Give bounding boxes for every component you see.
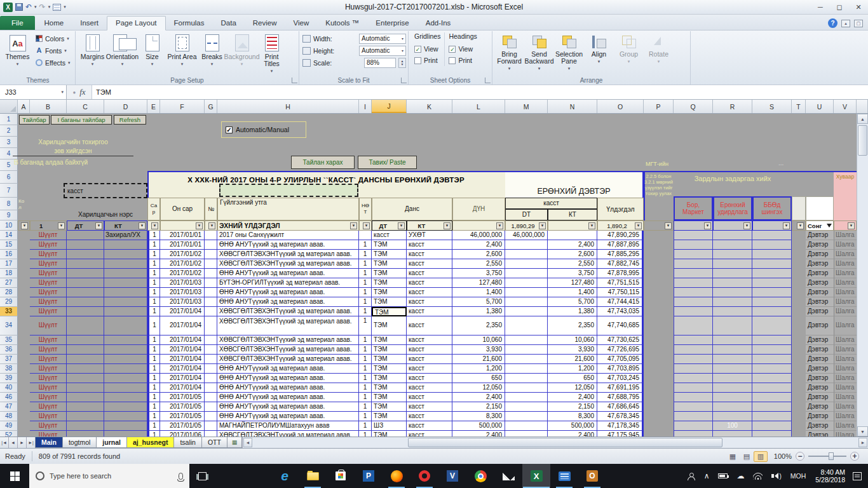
arrange-button[interactable]: Group▾ [614, 32, 644, 65]
sheet-tab[interactable]: OTT [201, 437, 227, 448]
filter-p[interactable]: ▼ [644, 220, 674, 231]
cell-d[interactable] [104, 307, 147, 316]
effects-button[interactable]: Effects▾ [34, 57, 72, 69]
cell-month[interactable]: 1 [147, 297, 160, 307]
column-header[interactable]: H [217, 100, 359, 113]
cell-shalga[interactable]: Шалга [834, 269, 857, 278]
cell-bbod[interactable] [752, 231, 792, 240]
cell-credit-account[interactable]: касст [407, 269, 452, 278]
cell-description[interactable]: ӨНӨ АНУТүүхий эд материал авав. [217, 374, 359, 383]
row-header[interactable]: 46 [0, 393, 18, 402]
filter-uldegdel[interactable]: 1,890,2▼ [597, 220, 644, 231]
ribbon-tab[interactable]: File [0, 16, 35, 30]
row-header[interactable]: 15 [0, 240, 18, 250]
cell-d[interactable] [104, 297, 147, 307]
header-kasst[interactable]: касст [505, 198, 597, 209]
cell-devter[interactable]: Дэвтэр [806, 250, 834, 259]
cell-d[interactable] [104, 383, 147, 393]
cell-c[interactable] [67, 364, 104, 374]
cell-kasst-dt[interactable] [505, 345, 548, 355]
cell-amount[interactable]: 1,200 [452, 364, 505, 374]
cell-amount[interactable]: 3,750 [452, 269, 505, 278]
cell-kasst-dt[interactable] [505, 316, 548, 336]
column-header[interactable]: O [597, 100, 644, 113]
taskbar-publisher[interactable]: P [355, 464, 383, 488]
cell-not[interactable]: 1 [359, 269, 372, 278]
cell-d[interactable] [104, 364, 147, 374]
cell-debit-account[interactable]: ТЭМ [372, 259, 407, 269]
taskbar-presentation[interactable] [550, 464, 578, 488]
minimize-button[interactable]: ─ [811, 1, 830, 13]
sheet-tab[interactable]: tsalin [173, 437, 202, 448]
cell-amount[interactable]: 2,150 [452, 402, 505, 412]
cell-filter-flag[interactable]: Шүүлт [30, 259, 67, 269]
filter-col-d[interactable]: КТ▼ [104, 220, 147, 231]
cell-p[interactable] [644, 316, 674, 336]
cell-bbod[interactable] [752, 383, 792, 393]
cell-devter[interactable]: Дэвтэр [806, 393, 834, 402]
cell-date[interactable]: 2017/01/04 [160, 364, 205, 374]
zoom-slider-thumb[interactable] [829, 452, 834, 460]
column-header[interactable]: P [644, 100, 674, 113]
cell-date[interactable]: 2017/01/04 [160, 336, 205, 345]
cell-not[interactable]: 1 [359, 336, 372, 345]
row-header[interactable]: 18 [0, 269, 18, 278]
cell-filter-flag[interactable]: Шүүлт [30, 412, 67, 421]
cell-t[interactable] [792, 288, 806, 297]
cell-no[interactable] [205, 259, 217, 269]
cell-not[interactable]: 1 [359, 431, 372, 437]
cell-a[interactable] [18, 374, 30, 383]
column-header[interactable]: I [359, 100, 372, 113]
cell-a[interactable] [18, 288, 30, 297]
cell-kasst-dt[interactable] [505, 259, 548, 269]
cell-kasst-kt[interactable] [548, 231, 597, 240]
cell-filter-flag[interactable]: Шүүлт [30, 402, 67, 412]
cell-d[interactable] [104, 355, 147, 364]
cell-credit-account[interactable]: касст [407, 431, 452, 437]
microphone-icon[interactable] [179, 473, 183, 480]
help-icon[interactable]: ? [828, 18, 837, 28]
column-header[interactable]: B [30, 100, 67, 113]
row-header[interactable]: 17 [0, 259, 18, 269]
cell-no[interactable] [205, 269, 217, 278]
cell-filter-flag[interactable]: Шүүлт [30, 278, 67, 288]
cell-c[interactable] [67, 393, 104, 402]
cell-filter-flag[interactable]: Шүүлт [30, 336, 67, 345]
cell-filter-flag[interactable]: Шүүлт [30, 250, 67, 259]
cell-c[interactable] [67, 383, 104, 393]
cell-date[interactable]: 2017/01/02 [160, 250, 205, 259]
cell-general-mgmt[interactable] [713, 402, 752, 412]
page-setup-button[interactable]: Size▾ [137, 32, 167, 67]
cell-filter-flag[interactable]: Шүүлт [30, 364, 67, 374]
column-header[interactable]: F [160, 100, 205, 113]
cell-general-mgmt[interactable] [713, 269, 752, 278]
zoom-in-button[interactable]: + [850, 452, 859, 461]
cell-no[interactable] [205, 316, 217, 336]
header-uldegdel[interactable]: Үлдэгдэл [597, 198, 644, 220]
header-sar[interactable]: Сар [147, 198, 160, 220]
cell-not[interactable] [359, 231, 372, 240]
cell-filter-flag[interactable]: Шүүлт [30, 240, 67, 250]
cell-kasst-kt[interactable]: 2,550 [548, 259, 597, 269]
cell-no[interactable] [205, 345, 217, 355]
cell-credit-account[interactable]: касст [407, 250, 452, 259]
cell-credit-account[interactable]: касст [407, 307, 452, 316]
cell-kasst-dt[interactable] [505, 336, 548, 345]
cell-bor-market[interactable] [674, 336, 713, 345]
cell-bbod[interactable] [752, 431, 792, 437]
cell-general-mgmt[interactable] [713, 278, 752, 288]
cell-amount[interactable]: 2,400 [452, 240, 505, 250]
row-header[interactable]: 34 [0, 316, 18, 336]
cell-bbod[interactable] [752, 307, 792, 316]
cell-balance[interactable]: 47,705,095 [597, 355, 644, 364]
cell-filter-flag[interactable]: Шүүлт [30, 288, 67, 297]
cell-t[interactable] [792, 412, 806, 421]
cell-description[interactable]: 2017 оны Санхүүжилт [217, 231, 359, 240]
row-header[interactable]: 8 [0, 198, 18, 210]
cell-no[interactable] [205, 297, 217, 307]
cell-not[interactable]: 1 [359, 393, 372, 402]
cell-bbod[interactable] [752, 402, 792, 412]
page-setup-button[interactable]: Margins▾ [78, 32, 107, 67]
cell-debit-account[interactable]: ТЭМ [372, 297, 407, 307]
header-general-mgmt[interactable]: Ерөнхийудирдлага [713, 196, 752, 220]
